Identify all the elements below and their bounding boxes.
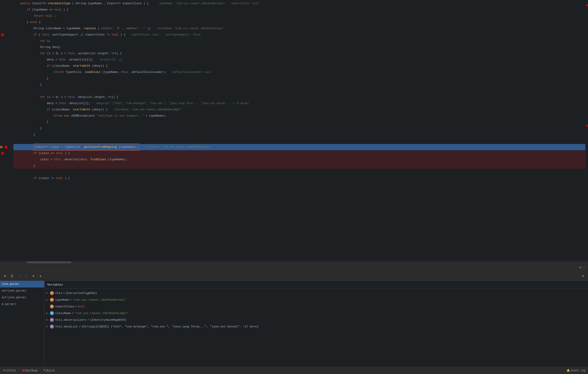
var-typename[interactable]: ▶ S typeName = "com.sun.rowset.JdbcRowSe… [44,296,588,303]
debug-add-btn[interactable]: ✚ [37,273,44,279]
code-line-6: if ( this .autoTypeSupport || expectClas… [13,32,585,38]
editor-area: public Class<?> checkAutoType ( String t… [0,0,588,263]
debug-layout-btn[interactable]: ⊟ [580,273,586,279]
var-icon-deserializers: ∞ [50,318,54,322]
code-line-5: String className = typeName. replace ( o… [13,25,585,32]
code-line-1: public Class<?> checkAutoType ( String t… [13,0,585,7]
var-expand-this[interactable]: ▼ [46,292,50,294]
gutter-line-16 [0,94,11,100]
debug-list-btn[interactable]: ☰ [9,273,15,279]
code-line-26: clazz = this .deserializers. findClass (… [13,157,585,163]
var-expand-deserializers[interactable]: ▶ [46,319,50,321]
breakpoint-icon-6[interactable] [1,33,4,36]
frame-item-1[interactable]: json.parser [0,281,44,288]
code-line-13: } [13,75,585,82]
var-denylist[interactable]: ▼ ∞ this.denyList = {String[22]@592} ["b… [44,323,588,330]
gutter-line-27 [0,163,11,169]
gutter-line-26 [0,157,11,163]
gutter-line-25[interactable] [0,150,11,157]
variables-content[interactable]: ▼ T this = {ParserConfig@582} ▶ S typeNa… [44,289,588,367]
breakpoint-gutter [0,0,11,261]
code-line-12: return TypeUtils. loadClass (typeName, t… [13,69,585,75]
code-line-14: } [13,82,585,88]
code-line-9: for (i = 0; i < this .acceptList.length;… [13,50,585,57]
frame-panel: json.parser ast/json.parser, ast/json.pa… [0,281,44,367]
code-line-27: } [13,163,585,169]
code-line-8: String deny; [13,44,585,50]
gutter-line-5 [0,25,11,32]
right-gutter [585,0,588,261]
var-icon-typename: S [50,298,54,302]
code-line-2: if (typeName == null ) { [13,7,585,13]
settings-icon[interactable]: ⚙ [579,265,582,270]
gutter-line-3 [0,13,11,19]
debug-grid-btn[interactable]: ⊞ [2,273,8,279]
debug-content: json.parser ast/json.parser, ast/json.pa… [0,281,588,367]
event-log-btn[interactable]: 🔔 Event Log [565,369,587,372]
debug-down-btn[interactable]: ↓ [23,273,29,279]
breakpoint-icon-24[interactable] [4,146,8,149]
var-expand-classname[interactable]: ▶ [46,312,50,314]
gutter-line-28 [0,169,11,175]
gutter-line-20 [0,119,11,125]
frame-item-4[interactable]: m.parser) [0,301,44,308]
code-line-23 [13,138,585,144]
gutter-line-15 [0,88,11,94]
gutter-line-11 [0,63,11,69]
var-icon-denylist: ∞ [50,324,54,329]
gutter-line-23 [0,138,11,144]
var-expectclass[interactable]: S expectClass = null [44,303,588,310]
tab-build[interactable]: 🔨 Build [41,368,57,374]
var-icon-expectclass: S [50,304,54,309]
bottom-tabs: Profiler 🐞 SpotBugs 🔨 Build 🔔 Event Log [0,367,588,374]
breakpoint-icon-25[interactable] [1,152,4,155]
tab-spotbugs[interactable]: 🐞 SpotBugs [19,368,41,374]
gutter-line-2 [0,7,11,13]
var-this[interactable]: ▼ T this = {ParserConfig@582} [44,290,588,296]
debug-up-btn[interactable]: ↑ [16,273,22,279]
code-line-28 [13,169,585,175]
debug-filter-btn[interactable]: ⊕ [30,273,37,279]
code-line-10: deny = this .acceptList[i]; acceptList: … [13,57,585,63]
var-expand-typename[interactable]: ▶ [46,299,50,301]
code-line-11: if (className. startsWith (deny)) { [13,63,585,69]
code-line-15 [13,88,585,94]
minus-icon[interactable]: — [583,266,585,269]
debug-toolbar: ⊞ ☰ ↑ ↓ ⊕ ✚ ⊟ [0,271,588,281]
gutter-line-24[interactable] [0,144,11,150]
gutter-line-6[interactable] [0,32,11,38]
gutter-line-9 [0,50,11,57]
gutter-line-12 [0,69,11,75]
frame-item-3[interactable]: ast/json.parser, [0,294,44,301]
var-expand-denylist[interactable]: ▼ [46,325,50,328]
scrollbar-thumb[interactable] [27,261,71,263]
gutter-line-4 [0,19,11,25]
code-line-17: deny = this .denyList[i]; denyList: {"bs… [13,100,585,107]
tab-profiler[interactable]: Profiler [1,368,19,374]
code-line-21: } [13,125,585,131]
gutter-line-13 [0,75,11,82]
var-classname[interactable]: ▶ S className = "com.sun.rowset.JdbcRowS… [44,310,588,317]
code-line-29: if (clazz != null ) { [13,175,585,182]
gutter-line-22 [0,131,11,138]
code-scroll[interactable]: public Class<?> checkAutoType ( String t… [0,0,588,261]
code-line-22: } [13,131,585,138]
exec-arrow-icon [0,146,3,149]
gutter-line-7 [0,38,11,44]
frame-item-2[interactable]: ast/json.parser, [0,288,44,294]
gutter-line-19 [0,113,11,119]
right-mark-error-1 [586,4,588,6]
var-deserializers[interactable]: ▶ ∞ this.deserializers = {IdentityHashMa… [44,317,588,323]
main-container: public Class<?> checkAutoType ( String t… [0,0,588,374]
variables-header: Variables [44,281,588,289]
code-line-24: Class<?> clazz = TypeUtils. getClassFrom… [13,144,585,150]
code-line-3: return null ; [13,13,585,19]
var-icon-classname: S [50,311,54,315]
gutter-line-14 [0,82,11,88]
code-line-7: int i; [13,38,585,44]
divider-bar: ⚙ — [0,263,588,271]
code-lines: public Class<?> checkAutoType ( String t… [11,0,585,261]
right-mark-error-2 [586,125,588,127]
code-line-18: if (className. startsWith (deny)) { clas… [13,107,585,113]
horizontal-scrollbar[interactable] [0,261,588,263]
